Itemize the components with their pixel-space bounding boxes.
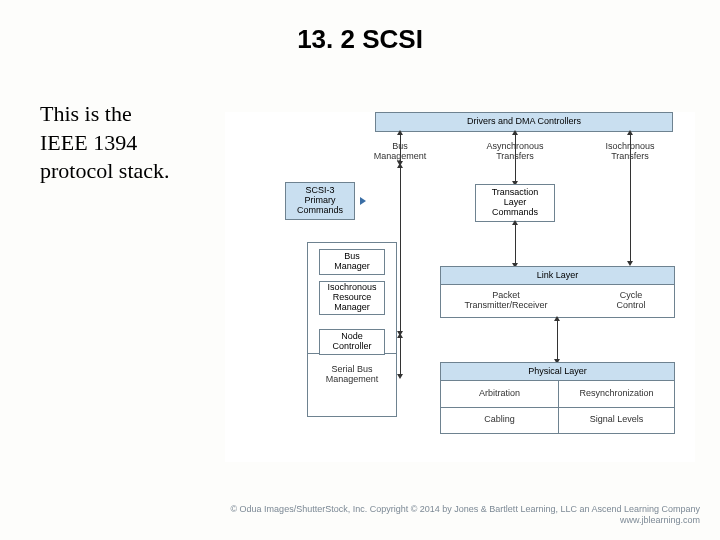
resync-label: Resynchronization <box>558 389 675 399</box>
arrow-icon <box>630 134 631 262</box>
transaction-layer-box: TransactionLayerCommands <box>475 184 555 222</box>
physical-layer-box: Physical Layer <box>441 363 674 381</box>
scsi3-commands-box: SCSI-3PrimaryCommands <box>285 182 355 220</box>
slide-title: 13. 2 SCSI <box>0 0 720 55</box>
serial-bus-mgmt-label: Serial BusManagement <box>308 365 396 385</box>
link-layer-group: Link Layer PacketTransmitter/Receiver Cy… <box>440 266 675 318</box>
physical-layer-group: Physical Layer Arbitration Resynchroniza… <box>440 362 675 434</box>
iso-resource-manager-box: IsochronousResourceManager <box>319 281 385 315</box>
packet-tx-rx-label: PacketTransmitter/Receiver <box>451 291 561 311</box>
triangle-right-icon <box>360 197 366 205</box>
arrow-icon <box>515 224 516 264</box>
copyright-line-2: www.jblearning.com <box>230 515 700 526</box>
node-controller-box: NodeController <box>319 329 385 355</box>
body-text: This is the IEEE 1394 protocol stack. <box>40 100 200 186</box>
arrow-icon <box>515 134 516 182</box>
arrow-icon <box>400 337 401 375</box>
serial-bus-mgmt-group: BusManager IsochronousResourceManager No… <box>307 242 397 417</box>
body-line-3: protocol stack. <box>40 157 200 186</box>
cycle-control-label: CycleControl <box>596 291 666 311</box>
link-layer-box: Link Layer <box>441 267 674 285</box>
body-line-1: This is the <box>40 100 200 129</box>
protocol-stack-diagram: Drivers and DMA Controllers BusManagemen… <box>225 112 695 462</box>
drivers-dma-box: Drivers and DMA Controllers <box>375 112 673 132</box>
arrow-icon <box>557 320 558 360</box>
signal-levels-label: Signal Levels <box>558 415 675 425</box>
copyright-line-1: © Odua Images/ShutterStock, Inc. Copyrig… <box>230 504 700 515</box>
bus-manager-box: BusManager <box>319 249 385 275</box>
arrow-icon <box>400 167 401 332</box>
arrow-icon <box>400 134 401 162</box>
arbitration-label: Arbitration <box>441 389 558 399</box>
body-line-2: IEEE 1394 <box>40 129 200 158</box>
cabling-label: Cabling <box>441 415 558 425</box>
copyright-footer: © Odua Images/ShutterStock, Inc. Copyrig… <box>230 504 700 527</box>
